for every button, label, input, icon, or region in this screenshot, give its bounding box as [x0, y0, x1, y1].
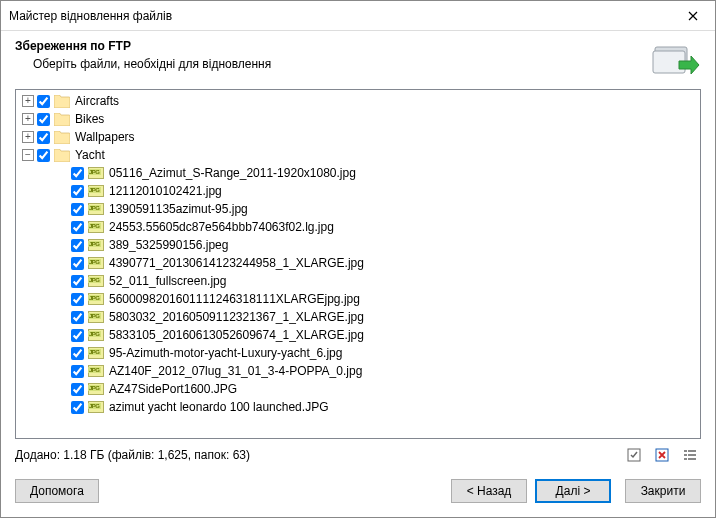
page-subtitle: Оберіть файли, необхідні для відновлення [15, 57, 641, 71]
file-checkbox[interactable] [71, 347, 84, 360]
folder-icon [54, 113, 70, 126]
stats-text: Додано: 1.18 ГБ (файлів: 1,625, папок: 6… [15, 448, 617, 462]
file-checkbox[interactable] [71, 203, 84, 216]
tree-file[interactable]: 5600098201601111246318111XLARGEjpg.jpg [16, 290, 700, 308]
tree-file[interactable]: 5833105_20160613052609674_1_XLARGE.jpg [16, 326, 700, 344]
tree-file[interactable]: AZ140F_2012_07lug_31_01_3-4-POPPA_0.jpg [16, 362, 700, 380]
jpg-icon [88, 167, 104, 179]
cancel-button[interactable]: Закрити [625, 479, 701, 503]
expander-icon[interactable]: + [22, 113, 34, 125]
tree-scroll[interactable]: +Aircrafts+Bikes+Wallpapers−Yacht05116_A… [16, 90, 700, 438]
tree-file[interactable]: AZ47SidePort1600.JPG [16, 380, 700, 398]
file-checkbox[interactable] [71, 239, 84, 252]
tree-file[interactable]: 5803032_20160509112321367_1_XLARGE.jpg [16, 308, 700, 326]
window-title: Майстер відновлення файлів [9, 9, 670, 23]
jpg-icon [88, 329, 104, 341]
tree-file[interactable]: 05116_Azimut_S-Range_2011-1920x1080.jpg [16, 164, 700, 182]
tree-file[interactable]: 389_5325990156.jpeg [16, 236, 700, 254]
check-all-button[interactable] [623, 445, 645, 465]
file-checkbox[interactable] [71, 365, 84, 378]
jpg-icon [88, 203, 104, 215]
file-checkbox[interactable] [71, 275, 84, 288]
filter-button[interactable] [679, 445, 701, 465]
folder-checkbox[interactable] [37, 95, 50, 108]
file-checkbox[interactable] [71, 401, 84, 414]
file-label: 389_5325990156.jpeg [109, 238, 228, 252]
folder-checkbox[interactable] [37, 149, 50, 162]
button-row: Допомога < Назад Далі > Закрити [1, 465, 715, 517]
content-area: +Aircrafts+Bikes+Wallpapers−Yacht05116_A… [1, 89, 715, 465]
file-label: 05116_Azimut_S-Range_2011-1920x1080.jpg [109, 166, 356, 180]
file-label: 5833105_20160613052609674_1_XLARGE.jpg [109, 328, 364, 342]
tree-file[interactable]: azimut yacht leonardo 100 launched.JPG [16, 398, 700, 416]
folder-icon [54, 95, 70, 108]
file-label: 5600098201601111246318111XLARGEjpg.jpg [109, 292, 360, 306]
expander-icon[interactable]: + [22, 95, 34, 107]
jpg-icon [88, 275, 104, 287]
page-title: Збереження по FTP [15, 39, 641, 53]
jpg-icon [88, 347, 104, 359]
file-checkbox[interactable] [71, 167, 84, 180]
file-label: AZ47SidePort1600.JPG [109, 382, 237, 396]
jpg-icon [88, 293, 104, 305]
svg-rect-6 [684, 454, 687, 456]
file-label: 24553.55605dc87e564bbb74063f02.lg.jpg [109, 220, 334, 234]
folder-icon [54, 131, 70, 144]
tree-folder[interactable]: +Bikes [16, 110, 700, 128]
tree-file[interactable]: 95-Azimuth-motor-yacht-Luxury-yacht_6.jp… [16, 344, 700, 362]
file-label: 12112010102421.jpg [109, 184, 222, 198]
file-checkbox[interactable] [71, 383, 84, 396]
file-checkbox[interactable] [71, 185, 84, 198]
expander-icon[interactable]: − [22, 149, 34, 161]
folder-checkbox[interactable] [37, 131, 50, 144]
file-checkbox[interactable] [71, 257, 84, 270]
tree-folder[interactable]: +Aircrafts [16, 92, 700, 110]
tree-file[interactable]: 12112010102421.jpg [16, 182, 700, 200]
tree-file[interactable]: 4390771_20130614123244958_1_XLARGE.jpg [16, 254, 700, 272]
help-button[interactable]: Допомога [15, 479, 99, 503]
x-square-icon [654, 447, 670, 463]
file-label: 95-Azimuth-motor-yacht-Luxury-yacht_6.jp… [109, 346, 342, 360]
file-checkbox[interactable] [71, 311, 84, 324]
close-button[interactable] [670, 1, 715, 31]
stats-row: Додано: 1.18 ГБ (файлів: 1,625, папок: 6… [15, 439, 701, 465]
tree-file[interactable]: 1390591135azimut-95.jpg [16, 200, 700, 218]
close-icon [688, 11, 698, 21]
file-label: 4390771_20130614123244958_1_XLARGE.jpg [109, 256, 364, 270]
file-label: 52_011_fullscreen.jpg [109, 274, 226, 288]
tree-file[interactable]: 52_011_fullscreen.jpg [16, 272, 700, 290]
file-checkbox[interactable] [71, 221, 84, 234]
svg-rect-5 [688, 450, 696, 452]
wizard-header: Збереження по FTP Оберіть файли, необхід… [1, 31, 715, 89]
svg-rect-7 [688, 454, 696, 456]
folder-label: Aircrafts [75, 94, 119, 108]
folder-label: Yacht [75, 148, 105, 162]
file-label: 5803032_20160509112321367_1_XLARGE.jpg [109, 310, 364, 324]
titlebar: Майстер відновлення файлів [1, 1, 715, 31]
folder-icon [54, 149, 70, 162]
tree-folder[interactable]: −Yacht [16, 146, 700, 164]
check-square-icon [626, 447, 642, 463]
folder-checkbox[interactable] [37, 113, 50, 126]
file-label: 1390591135azimut-95.jpg [109, 202, 248, 216]
jpg-icon [88, 311, 104, 323]
jpg-icon [88, 185, 104, 197]
file-checkbox[interactable] [71, 329, 84, 342]
expander-icon[interactable]: + [22, 131, 34, 143]
next-button[interactable]: Далі > [535, 479, 611, 503]
jpg-icon [88, 257, 104, 269]
jpg-icon [88, 401, 104, 413]
jpg-icon [88, 365, 104, 377]
folder-label: Wallpapers [75, 130, 135, 144]
file-checkbox[interactable] [71, 293, 84, 306]
file-label: AZ140F_2012_07lug_31_01_3-4-POPPA_0.jpg [109, 364, 362, 378]
tree-file[interactable]: 24553.55605dc87e564bbb74063f02.lg.jpg [16, 218, 700, 236]
file-label: azimut yacht leonardo 100 launched.JPG [109, 400, 328, 414]
back-button[interactable]: < Назад [451, 479, 527, 503]
header-icon [641, 39, 701, 79]
tree-folder[interactable]: +Wallpapers [16, 128, 700, 146]
svg-rect-8 [684, 458, 687, 460]
uncheck-all-button[interactable] [651, 445, 673, 465]
jpg-icon [88, 383, 104, 395]
wizard-window: Майстер відновлення файлів Збереження по… [0, 0, 716, 518]
